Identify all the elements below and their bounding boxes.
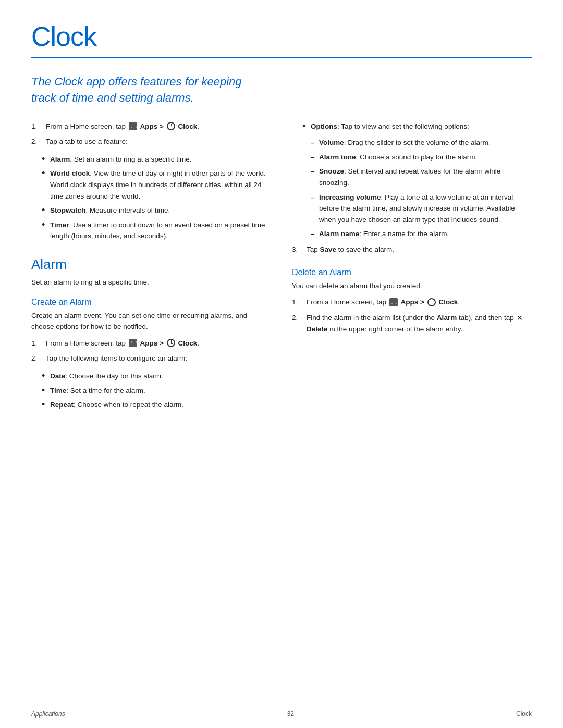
worldclock-label: World clock xyxy=(50,169,90,177)
alarm-tab-label: Alarm xyxy=(437,314,457,322)
clock-label: Clock xyxy=(178,122,198,130)
save-step-3-text: Tap Save to save the alarm. xyxy=(307,244,394,255)
clock-label-3: Clock xyxy=(439,298,458,306)
footer-right: Clock xyxy=(516,710,532,718)
stopwatch-label: Stopwatch xyxy=(50,206,85,214)
bullet-date-text: Date: Choose the day for this alarm. xyxy=(50,371,163,382)
dash-label-5: – xyxy=(311,228,319,240)
bullet-timer: • Timer: Use a timer to count down to an… xyxy=(42,219,271,242)
options-bullets: • Options: Tap to view and set the follo… xyxy=(292,121,532,132)
delete-alarm-heading: Delete an Alarm xyxy=(292,268,532,277)
create-step-1: 1. From a Home screen, tap Apps > Clock. xyxy=(31,338,271,349)
bullet-dot-3: • xyxy=(42,205,50,216)
apps-label: Apps > xyxy=(140,122,164,130)
footer-left: Applications xyxy=(31,710,65,718)
header-divider xyxy=(31,57,532,58)
bullet-time-text: Time: Set a time for the alarm. xyxy=(50,385,145,397)
time-label: Time xyxy=(50,387,66,394)
left-column: 1. From a Home screen, tap Apps > Clock.… xyxy=(31,121,271,416)
delete-step-2-text: Find the alarm in the alarm list (under … xyxy=(307,312,532,335)
create-step-2-text: Tap the following items to configure an … xyxy=(46,353,187,364)
apps-label-2: Apps > xyxy=(140,339,164,347)
apps-label-3: Apps > xyxy=(401,298,424,306)
save-step-list: 3. Tap Save to save the alarm. xyxy=(292,244,532,255)
create-step-num-2: 2. xyxy=(31,353,46,364)
delete-alarm-description: You can delete an alarm that you created… xyxy=(292,280,532,292)
options-label: Options xyxy=(311,122,337,130)
x-icon: ✕ xyxy=(517,312,523,324)
apps-icon xyxy=(129,122,137,130)
clock-icon xyxy=(167,122,175,130)
bullet-dot-5: • xyxy=(42,371,50,382)
bullet-timer-text: Timer: Use a timer to count down to an e… xyxy=(50,219,271,242)
delete-step-num-2: 2. xyxy=(292,312,307,324)
alarm-heading: Alarm xyxy=(31,256,271,273)
create-alarm-heading: Create an Alarm xyxy=(31,298,271,307)
delete-step-1-text: From a Home screen, tap Apps > Clock. xyxy=(307,297,460,308)
options-sub-list: – Volume: Drag the slider to set the vol… xyxy=(292,137,532,240)
delete-alarm-steps: 1. From a Home screen, tap Apps > Clock.… xyxy=(292,297,532,335)
step-num-2: 2. xyxy=(31,136,46,147)
clock-label-2: Clock xyxy=(178,339,198,347)
delete-alarm-section: Delete an Alarm You can delete an alarm … xyxy=(292,268,532,335)
two-col-layout: 1. From a Home screen, tap Apps > Clock.… xyxy=(31,121,532,416)
bullet-stopwatch-text: Stopwatch: Measure intervals of time. xyxy=(50,205,170,216)
page-container: Clock The Clock app offers features for … xyxy=(0,0,563,447)
sub-increasing-volume-text: Increasing volume: Play a tone at a low … xyxy=(319,192,532,226)
sub-alarmtone: – Alarm tone: Choose a sound to play for… xyxy=(311,152,532,163)
bullet-worldclock-text: World clock: View the time of day or nig… xyxy=(50,168,271,202)
create-step-num-1: 1. xyxy=(31,338,46,349)
bullet-repeat-text: Repeat: Choose when to repeat the alarm. xyxy=(50,399,183,411)
timer-label: Timer xyxy=(50,221,69,229)
sub-increasing-volume: – Increasing volume: Play a tone at a lo… xyxy=(311,192,532,226)
alarm-label: Alarm xyxy=(50,155,70,163)
date-label: Date xyxy=(50,372,65,380)
sub-snooze: – Snooze: Set interval and repeat values… xyxy=(311,166,532,188)
bullet-dot-6: • xyxy=(42,385,50,397)
bullet-dot-2: • xyxy=(42,168,50,179)
create-step-1-text: From a Home screen, tap Apps > Clock. xyxy=(46,338,199,349)
bullet-dot: • xyxy=(42,154,50,165)
volume-label: Volume xyxy=(319,139,344,146)
save-step-3: 3. Tap Save to save the alarm. xyxy=(292,244,532,255)
step-2-text: Tap a tab to use a feature: xyxy=(46,136,128,147)
alarmname-label: Alarm name xyxy=(319,230,359,238)
apps-icon-3 xyxy=(389,298,398,306)
dash-label-4: – xyxy=(311,192,319,203)
intro-steps-list: 1. From a Home screen, tap Apps > Clock.… xyxy=(31,121,271,147)
dash-label-1: – xyxy=(311,137,319,149)
clock-icon-3 xyxy=(427,298,436,306)
right-column: • Options: Tap to view and set the follo… xyxy=(292,121,532,416)
alarm-description: Set an alarm to ring at a specific time. xyxy=(31,277,271,288)
sub-volume: – Volume: Drag the slider to set the vol… xyxy=(311,137,532,149)
alarmtone-label: Alarm tone xyxy=(319,153,356,161)
bullet-repeat: • Repeat: Choose when to repeat the alar… xyxy=(42,399,271,411)
bullet-options: • Options: Tap to view and set the follo… xyxy=(302,121,532,132)
increasing-volume-label: Increasing volume xyxy=(319,193,381,201)
sub-volume-text: Volume: Drag the slider to set the volum… xyxy=(319,137,490,149)
apps-icon-2 xyxy=(129,339,137,347)
intro-step-2: 2. Tap a tab to use a feature: xyxy=(31,136,271,147)
bullet-alarm: • Alarm: Set an alarm to ring at a speci… xyxy=(42,154,271,165)
page-title: Clock xyxy=(31,21,532,52)
bullet-dot-4: • xyxy=(42,219,50,231)
feature-bullets-list: • Alarm: Set an alarm to ring at a speci… xyxy=(31,154,271,242)
bullet-worldclock: • World clock: View the time of day or n… xyxy=(42,168,271,202)
bullet-time: • Time: Set a time for the alarm. xyxy=(42,385,271,397)
intro-text: The Clock app offers features for keepin… xyxy=(31,74,261,106)
delete-step-1: 1. From a Home screen, tap Apps > Clock. xyxy=(292,297,532,308)
snooze-label: Snooze xyxy=(319,167,344,175)
create-alarm-steps: 1. From a Home screen, tap Apps > Clock.… xyxy=(31,338,271,364)
bullet-options-text: Options: Tap to view and set the followi… xyxy=(311,121,469,132)
repeat-label: Repeat xyxy=(50,401,74,409)
bullet-dot-8: • xyxy=(302,121,311,132)
config-bullets-list: • Date: Choose the day for this alarm. •… xyxy=(31,371,271,411)
sub-alarmname: – Alarm name: Enter a name for the alarm… xyxy=(311,228,532,240)
create-alarm-description: Create an alarm event. You can set one-t… xyxy=(31,310,271,332)
bullet-dot-7: • xyxy=(42,399,50,411)
dash-label-3: – xyxy=(311,166,319,177)
delete-step-2: 2. Find the alarm in the alarm list (und… xyxy=(292,312,532,335)
page-footer: Applications 32 Clock xyxy=(0,706,563,718)
bullet-alarm-text: Alarm: Set an alarm to ring at a specifi… xyxy=(50,154,192,165)
step-1-text: From a Home screen, tap Apps > Clock. xyxy=(46,121,199,132)
